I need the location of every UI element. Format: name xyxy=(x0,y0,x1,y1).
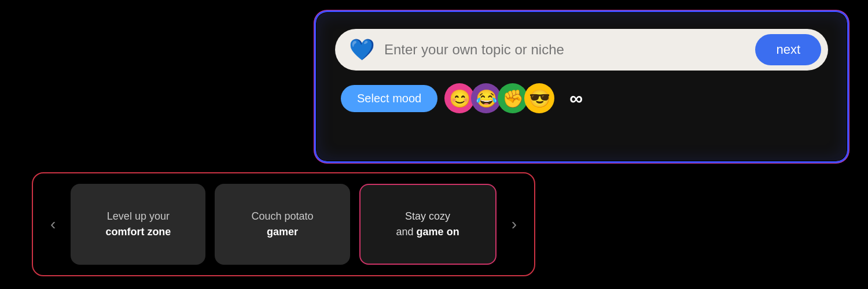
infinity-icon[interactable]: ∞ xyxy=(569,88,582,109)
cards-container: Level up yourcomfort zone Couch potatoga… xyxy=(71,184,496,265)
prev-arrow[interactable]: ‹ xyxy=(45,209,61,239)
card-couch-potato-text: Couch potatogamer xyxy=(251,209,313,240)
mood-emojis: 😊 😂 ✊ 😎 xyxy=(444,83,554,113)
next-arrow[interactable]: › xyxy=(506,209,523,239)
topic-input[interactable] xyxy=(384,42,746,58)
mood-laughing-emoji[interactable]: 😂 xyxy=(471,83,501,113)
mood-cool-emoji[interactable]: 😎 xyxy=(524,83,554,113)
card-stay-cozy-text: Stay cozyand game on xyxy=(396,209,459,240)
heart-icon: 💙 xyxy=(349,39,375,60)
mood-happy-emoji[interactable]: 😊 xyxy=(444,83,475,113)
mood-fist-emoji[interactable]: ✊ xyxy=(498,83,528,113)
card-couch-potato[interactable]: Couch potatogamer xyxy=(215,184,350,265)
next-button[interactable]: next xyxy=(755,34,821,65)
card-level-up[interactable]: Level up yourcomfort zone xyxy=(71,184,205,265)
search-bar: 💙 next xyxy=(335,29,828,71)
select-mood-button[interactable]: Select mood xyxy=(341,85,437,112)
mood-row: Select mood 😊 😂 ✊ 😎 ∞ xyxy=(335,83,828,113)
top-panel: 💙 next Select mood 😊 😂 ✊ 😎 ∞ xyxy=(315,12,848,162)
card-stay-cozy[interactable]: Stay cozyand game on xyxy=(359,184,496,265)
card-level-up-text: Level up yourcomfort zone xyxy=(105,209,171,240)
bottom-panel: ‹ Level up yourcomfort zone Couch potato… xyxy=(32,172,535,276)
